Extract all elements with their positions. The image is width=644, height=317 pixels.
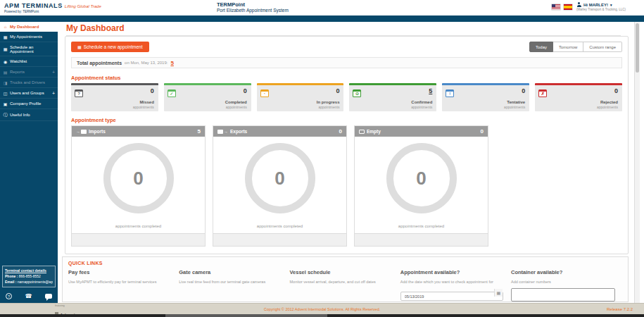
calendar-icon: ▦ <box>3 35 8 39</box>
users-icon: ◫ <box>3 91 8 96</box>
sidebar-item-schedule-appointment[interactable]: ▦ Schedule an Appointment <box>0 42 58 56</box>
custom-range-button[interactable]: Custom range <box>583 42 622 52</box>
type-panel-count: 5 <box>198 128 201 135</box>
sidebar-item-my-appointments[interactable]: ▦ My Appointments <box>0 32 58 42</box>
horizontal-scrollbar-thumb[interactable] <box>165 314 327 317</box>
calendar-warning-icon: ! <box>446 89 454 97</box>
phone-number: 866-855-8552 <box>19 274 41 278</box>
expand-plus-icon[interactable]: + <box>52 70 55 75</box>
donut-value: 0 <box>274 168 284 189</box>
sidebar-item-useful-info[interactable]: ⓘ Useful Info <box>0 109 58 121</box>
vertical-scrollbar[interactable] <box>634 22 640 303</box>
arrow-icon: → <box>76 130 80 134</box>
phone-label: Phone : <box>5 274 18 278</box>
gate-camera-link[interactable]: Gate camera <box>179 269 282 275</box>
user-company: (Marley Transport & Trucking, LLC) <box>576 8 641 11</box>
quick-links-section: QUICK LINKS Pay fees Use MyAPMT to effic… <box>62 256 629 302</box>
horizontal-scrollbar[interactable] <box>0 314 644 317</box>
sidebar-item-trucks-and-drivers[interactable]: ◨ Trucks and Drivers <box>0 77 58 88</box>
appointment-available-link[interactable]: Appointment available? <box>400 269 504 275</box>
sidebar: ⌂ My Dashboard ▦ My Appointments ▦ Sched… <box>0 22 58 303</box>
spain-flag-icon[interactable] <box>564 4 572 10</box>
status-label: Missed <box>139 100 153 104</box>
main-content: My Dashboard ▦ Schedule a new appointmen… <box>58 22 634 303</box>
date-picker-calendar-icon[interactable]: ▦ <box>494 289 503 297</box>
status-count: 0 <box>614 87 618 94</box>
status-card-confirmed: ⊙ 5 Confirmed appointments <box>349 83 436 111</box>
expand-plus-icon[interactable]: + <box>52 91 55 96</box>
schedule-button-label: Schedule a new appointment <box>84 44 143 49</box>
tomorrow-button[interactable]: Tomorrow <box>553 42 583 52</box>
logo-tagline: Lifting Global Trade <box>65 4 101 8</box>
total-appointments-bar: Total appointments on Mon, May 13, 2019:… <box>71 57 622 68</box>
sidebar-item-my-dashboard[interactable]: ⌂ My Dashboard <box>0 22 58 32</box>
export-container-icon: → <box>217 130 228 134</box>
status-sublabel: appointments <box>318 105 339 109</box>
vertical-scrollbar-thumb[interactable] <box>636 23 639 73</box>
status-count: 0 <box>336 87 339 94</box>
chat-icon[interactable] <box>45 294 52 299</box>
status-card-completed: ✓ 0 Completed appointments <box>164 83 251 111</box>
sidebar-footer-icons: ? ☎ <box>6 292 52 300</box>
app-title-sub: Port Elizabeth Appointment System <box>217 8 289 13</box>
appointment-date-input[interactable] <box>400 292 503 301</box>
schedule-new-appointment-button[interactable]: ▦ Schedule a new appointment <box>71 42 149 52</box>
empty-container-icon <box>359 130 365 134</box>
language-switcher <box>552 4 572 10</box>
apm-terminals-logo[interactable]: APM TERMINALS Lifting Global Trade Power… <box>4 2 101 13</box>
type-panel-header: → Exports 0 <box>213 126 346 137</box>
empty-donut-chart: 0 <box>386 143 457 213</box>
email-label: Email : <box>5 280 16 284</box>
container-box <box>217 130 223 134</box>
type-panel-header: Empty 0 <box>355 126 488 137</box>
calendar-x-icon: ✗ <box>538 89 547 97</box>
calendar-progress-icon: ◔ <box>260 89 269 97</box>
user-menu[interactable]: Hi MARLEY! ▾ (Marley Transport & Truckin… <box>576 2 641 11</box>
status-count-link[interactable]: 5 <box>429 87 432 94</box>
type-panel-label: Exports <box>230 129 247 134</box>
type-panel-empty: Empty 0 0 appointments completed <box>354 125 488 247</box>
container-box <box>359 130 365 134</box>
type-panel-count: 0 <box>481 128 484 135</box>
app-title: TERMPoint Port Elizabeth Appointment Sys… <box>217 1 289 13</box>
us-flag-icon[interactable] <box>552 4 560 10</box>
today-button[interactable]: Today <box>529 42 553 52</box>
help-icon[interactable]: ? <box>6 293 12 299</box>
status-label: Tentative <box>507 100 525 104</box>
type-panel-header: → Imports 5 <box>72 126 205 137</box>
donut-caption: appointments completed <box>213 224 346 228</box>
email-address[interactable]: namappointments@apmt... <box>18 280 53 284</box>
status-sublabel: appointments <box>226 105 247 109</box>
type-panel-footer <box>355 233 488 246</box>
arrow-icon: → <box>224 130 228 134</box>
status-label: Completed <box>225 100 247 104</box>
vessel-schedule-link[interactable]: Vessel schedule <box>290 269 393 275</box>
terminal-contact-link[interactable]: Terminal contact details <box>5 268 53 273</box>
status-card-in-progress: ◔ 0 In progress appointments <box>257 83 344 111</box>
sidebar-item-label: Schedule an Appointment <box>10 45 55 54</box>
pay-fees-link[interactable]: Pay fees <box>68 269 172 275</box>
appointment-date-field-wrap: ▦ <box>400 288 503 302</box>
status-card-tentative: ! 0 Tentative appointments <box>442 83 529 111</box>
sidebar-item-users-and-groups[interactable]: ◫ Users and Groups + <box>0 88 58 99</box>
logo-text: APM TERMINALS <box>4 2 63 9</box>
container-numbers-input[interactable] <box>511 288 615 302</box>
sidebar-item-company-profile[interactable]: ▣ Company Profile <box>0 99 58 109</box>
sidebar-item-reports[interactable]: ▤ Reports + <box>0 67 58 77</box>
status-sublabel: appointments <box>597 105 618 109</box>
app-title-main: TERMPoint <box>217 1 289 8</box>
status-sublabel: appointments <box>411 105 432 109</box>
status-count: 0 <box>522 87 525 94</box>
truck-icon: ◨ <box>3 80 8 85</box>
phone-icon[interactable]: ☎ <box>25 293 32 299</box>
vessel-schedule-description: Monitor vessel arrival, departure, and c… <box>290 280 393 285</box>
calendar-check-icon: ✓ <box>168 89 176 97</box>
contact-phone: Phone : 866-855-8552 <box>5 274 53 278</box>
type-panel-exports: → Exports 0 0 appointments completed <box>213 125 347 247</box>
total-appointments-count-link[interactable]: 5 <box>170 60 173 66</box>
donut-caption: appointments completed <box>72 224 205 228</box>
container-available-link[interactable]: Container available? <box>511 269 615 275</box>
sidebar-item-watchlist[interactable]: ◉ Watchlist <box>0 56 58 67</box>
total-appointments-label: Total appointments <box>77 61 122 66</box>
quick-link-appointment-available: Appointment available? Add the date whic… <box>400 269 511 302</box>
